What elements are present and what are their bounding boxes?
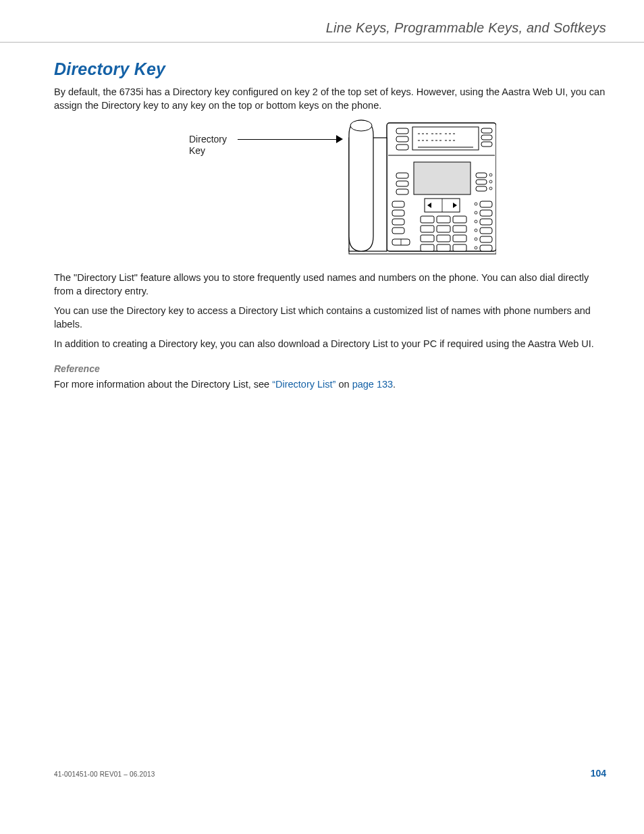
reference-suffix: . bbox=[393, 379, 396, 390]
reference-heading: Reference bbox=[54, 363, 606, 374]
svg-rect-31 bbox=[392, 201, 404, 207]
reference-link-directory-list[interactable]: “Directory List” bbox=[272, 379, 336, 390]
svg-rect-42 bbox=[453, 226, 466, 232]
reference-on: on bbox=[336, 379, 352, 390]
svg-rect-24 bbox=[476, 180, 487, 184]
callout-line2: Key bbox=[189, 145, 205, 156]
svg-rect-40 bbox=[421, 226, 434, 232]
svg-rect-48 bbox=[453, 244, 466, 251]
svg-rect-21 bbox=[396, 181, 408, 186]
section-title: Directory Key bbox=[54, 59, 606, 79]
svg-rect-52 bbox=[480, 228, 492, 234]
svg-rect-13 bbox=[396, 136, 408, 142]
svg-rect-43 bbox=[421, 235, 434, 242]
svg-rect-50 bbox=[480, 210, 492, 216]
svg-rect-53 bbox=[480, 236, 492, 242]
svg-rect-39 bbox=[453, 216, 466, 223]
page-footer: 41-001451-00 REV01 – 06.2013 104 bbox=[54, 768, 606, 779]
svg-rect-32 bbox=[392, 210, 404, 216]
content-region: Directory Key By default, the 6735i has … bbox=[54, 59, 606, 398]
svg-rect-25 bbox=[476, 186, 487, 191]
svg-rect-16 bbox=[481, 135, 492, 140]
document-page: Line Keys, Programmable Keys, and Softke… bbox=[0, 0, 644, 834]
header-running-title: Line Keys, Programmable Keys, and Softke… bbox=[54, 20, 606, 36]
footer-page-number: 104 bbox=[591, 768, 606, 779]
footer-doc-id: 41-001451-00 REV01 – 06.2013 bbox=[54, 771, 155, 778]
svg-rect-19 bbox=[414, 162, 471, 194]
svg-rect-23 bbox=[476, 173, 487, 178]
svg-rect-38 bbox=[437, 216, 450, 223]
reference-prefix: For more information about the Directory… bbox=[54, 379, 272, 390]
svg-rect-15 bbox=[481, 128, 492, 133]
svg-rect-20 bbox=[396, 173, 408, 178]
svg-rect-14 bbox=[396, 145, 408, 150]
paragraph-4: In addition to creating a Directory key,… bbox=[54, 338, 606, 351]
svg-rect-46 bbox=[421, 244, 434, 251]
svg-point-3 bbox=[350, 120, 372, 131]
intro-paragraph: By default, the 6735i has a Directory ke… bbox=[54, 86, 606, 112]
svg-rect-33 bbox=[392, 219, 404, 225]
svg-rect-4 bbox=[412, 127, 479, 150]
phone-figure: Directory Key bbox=[54, 119, 606, 262]
svg-rect-34 bbox=[392, 228, 404, 234]
callout-line1: Directory bbox=[189, 134, 227, 145]
svg-rect-22 bbox=[396, 189, 408, 194]
phone-diagram-icon bbox=[294, 119, 496, 258]
svg-rect-17 bbox=[481, 142, 492, 147]
header-rule bbox=[0, 42, 644, 43]
svg-rect-44 bbox=[437, 235, 450, 242]
svg-rect-12 bbox=[396, 128, 408, 134]
svg-rect-54 bbox=[480, 245, 492, 251]
svg-rect-51 bbox=[480, 219, 492, 225]
svg-rect-47 bbox=[437, 244, 450, 251]
reference-paragraph: For more information about the Directory… bbox=[54, 378, 606, 392]
paragraph-3: You can use the Directory key to access … bbox=[54, 305, 606, 331]
svg-rect-41 bbox=[437, 226, 450, 232]
svg-rect-37 bbox=[421, 216, 434, 223]
svg-rect-45 bbox=[453, 235, 466, 242]
reference-link-page[interactable]: page 133 bbox=[352, 379, 393, 390]
svg-rect-49 bbox=[480, 201, 492, 207]
figure-callout-label: Directory Key bbox=[189, 134, 227, 157]
paragraph-2: The "Directory List" feature allows you … bbox=[54, 271, 606, 298]
